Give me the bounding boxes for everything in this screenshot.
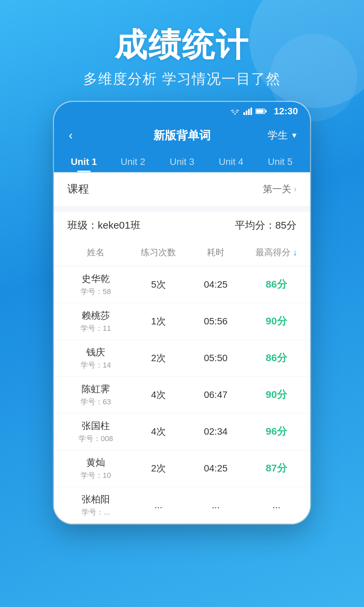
td-time: ... <box>189 487 243 523</box>
app-header: ‹ 新版背单词 学生 ▼ <box>54 121 310 150</box>
td-count: 5次 <box>128 266 189 303</box>
td-time: 02:34 <box>189 413 243 450</box>
td-time: 05:56 <box>189 303 243 340</box>
tab-unit1[interactable]: Unit 1 <box>59 150 109 172</box>
th-name: 姓名 <box>54 239 128 266</box>
th-time: 耗时 <box>189 239 243 266</box>
student-name: 张国柱 <box>82 420 110 432</box>
student-name: 钱庆 <box>86 346 105 359</box>
score-value: 87分 <box>266 461 287 475</box>
th-count: 练习次数 <box>128 239 189 266</box>
td-time: 04:25 <box>189 450 243 487</box>
td-score: ... <box>243 487 310 523</box>
class-info-row: 班级：keke01班 平均分：85分 <box>54 212 310 239</box>
class-name: 班级：keke01班 <box>67 219 141 232</box>
header-right[interactable]: 学生 ▼ <box>268 128 298 142</box>
status-icons <box>230 108 267 115</box>
student-name: 黄灿 <box>86 456 105 469</box>
td-count: 4次 <box>128 413 189 450</box>
td-name: 张国柱 学号：008 <box>54 413 128 450</box>
table-row: 史华乾 学号：58 5次 04:25 86分 <box>54 266 310 303</box>
status-bar: 12:30 <box>54 102 310 121</box>
td-score: 87分 <box>243 450 310 487</box>
course-link-text: 第一关 <box>263 183 291 196</box>
score-value: 96分 <box>266 425 287 438</box>
student-id: 学号：14 <box>81 360 111 370</box>
back-button[interactable]: ‹ <box>66 126 75 145</box>
hero-subtitle: 多维度分析 学习情况一目了然 <box>83 69 281 88</box>
student-label: 学生 <box>268 128 288 142</box>
svg-rect-0 <box>243 112 245 115</box>
table-row: 钱庆 学号：14 2次 05:50 86分 <box>54 340 310 377</box>
student-name: 赖桃莎 <box>82 309 110 322</box>
td-count: 2次 <box>128 340 189 376</box>
student-id: 学号：10 <box>81 470 111 481</box>
table-row: 张国柱 学号：008 4次 02:34 96分 <box>54 413 310 450</box>
table-row: 陈虹霁 学号：63 4次 06:47 90分 <box>54 377 310 413</box>
phone-wrapper: 12:30 ‹ 新版背单词 学生 ▼ Unit 1 Unit 2 Unit 3 … <box>54 102 310 607</box>
dropdown-icon: ▼ <box>291 131 298 140</box>
hero-title: 成绩统计 <box>83 27 281 63</box>
td-count: 2次 <box>128 450 189 487</box>
td-time: 06:47 <box>189 377 243 413</box>
td-score: 90分 <box>243 303 310 340</box>
tab-unit3[interactable]: Unit 3 <box>157 150 207 172</box>
td-score: 96分 <box>243 413 310 450</box>
battery-icon <box>255 108 267 114</box>
score-value: 90分 <box>266 314 287 328</box>
svg-rect-6 <box>265 110 267 113</box>
student-id: 学号：008 <box>79 434 113 444</box>
course-link[interactable]: 第一关 › <box>263 183 297 196</box>
student-id: 学号：... <box>82 507 110 517</box>
student-name: 史华乾 <box>82 272 110 285</box>
score-value: 86分 <box>266 278 287 291</box>
phone-frame: 12:30 ‹ 新版背单词 学生 ▼ Unit 1 Unit 2 Unit 3 … <box>54 102 310 524</box>
score-value: ... <box>272 500 280 511</box>
td-count: ... <box>128 487 189 523</box>
content-area: 课程 第一关 › 班级：keke01班 平均分：85分 姓名 练习次数 耗时 最… <box>54 172 310 524</box>
td-name: 赖桃莎 学号：11 <box>54 303 128 340</box>
td-name: 张柏阳 学号：... <box>54 487 128 523</box>
score-value: 90分 <box>266 388 287 402</box>
tab-unit5[interactable]: Unit 5 <box>255 150 305 172</box>
avg-score: 平均分：85分 <box>235 219 297 232</box>
tab-unit2[interactable]: Unit 2 <box>109 150 158 172</box>
td-count: 1次 <box>128 303 189 340</box>
student-id: 学号：58 <box>81 287 111 297</box>
sort-arrow-icon: ↓ <box>293 247 297 257</box>
td-name: 钱庆 学号：14 <box>54 340 128 376</box>
td-count: 4次 <box>128 377 189 413</box>
td-score: 86分 <box>243 266 310 303</box>
td-score: 86分 <box>243 340 310 376</box>
svg-rect-3 <box>250 108 252 115</box>
score-value: 86分 <box>266 351 287 365</box>
tab-bar: Unit 1 Unit 2 Unit 3 Unit 4 Unit 5 <box>54 150 310 172</box>
svg-rect-5 <box>256 110 264 113</box>
td-time: 04:25 <box>189 266 243 303</box>
td-name: 陈虹霁 学号：63 <box>54 377 128 413</box>
th-score[interactable]: 最高得分 ↓ <box>243 239 310 266</box>
table-row: 赖桃莎 学号：11 1次 05:56 90分 <box>54 303 310 340</box>
tab-unit4[interactable]: Unit 4 <box>207 150 256 172</box>
td-name: 史华乾 学号：58 <box>54 266 128 303</box>
svg-rect-1 <box>246 111 247 115</box>
table-header: 姓名 练习次数 耗时 最高得分 ↓ <box>54 239 310 266</box>
status-time: 12:30 <box>274 106 298 117</box>
student-id: 学号：11 <box>81 323 111 334</box>
student-id: 学号：63 <box>81 397 111 407</box>
svg-rect-2 <box>248 109 250 115</box>
table-row: 张柏阳 学号：... ... ... ... <box>54 487 310 524</box>
student-name: 陈虹霁 <box>82 383 110 396</box>
td-score: 90分 <box>243 377 310 413</box>
table-row: 黄灿 学号：10 2次 04:25 87分 <box>54 450 310 487</box>
table-rows: 史华乾 学号：58 5次 04:25 86分 赖桃莎 学号：11 1次 05:5… <box>54 266 310 524</box>
td-name: 黄灿 学号：10 <box>54 450 128 487</box>
course-row: 课程 第一关 › <box>54 172 310 206</box>
hero-section: 成绩统计 多维度分析 学习情况一目了然 <box>83 0 281 102</box>
chevron-icon: › <box>294 184 297 194</box>
student-name: 张柏阳 <box>82 493 110 506</box>
td-time: 05:50 <box>189 340 243 376</box>
wifi-icon <box>230 108 240 115</box>
header-title: 新版背单词 <box>153 128 211 143</box>
course-label: 课程 <box>67 182 89 197</box>
